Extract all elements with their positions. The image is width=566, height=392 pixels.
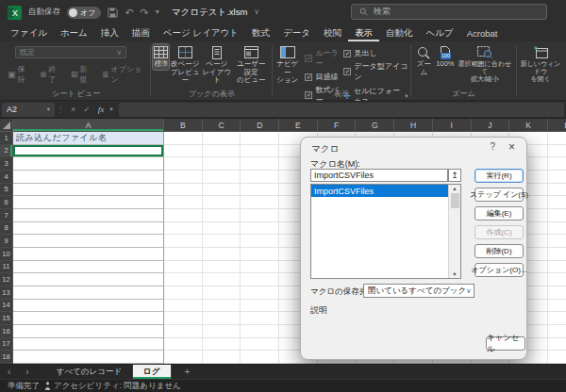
close-icon[interactable]: × bbox=[508, 140, 515, 154]
cell-A14[interactable] bbox=[13, 300, 164, 313]
cell-A13[interactable] bbox=[13, 286, 164, 300]
cell-L18[interactable] bbox=[548, 351, 566, 364]
cell-L17[interactable] bbox=[548, 338, 566, 351]
cell-D18[interactable] bbox=[241, 351, 279, 364]
row-header-13[interactable]: 13 bbox=[0, 286, 13, 300]
cell-A17[interactable] bbox=[13, 338, 164, 351]
cell-C10[interactable] bbox=[203, 248, 241, 261]
cell-L13[interactable] bbox=[548, 286, 566, 300]
cell-A11[interactable] bbox=[13, 261, 164, 274]
page-break-preview-button[interactable]: 改ページ プレビュー bbox=[169, 44, 201, 86]
ribbon-checkbox[interactable]: ✓ データ型アイコン bbox=[343, 61, 408, 82]
cell-A16[interactable] bbox=[13, 325, 164, 338]
row-header-7[interactable]: 7 bbox=[0, 209, 13, 222]
cell-C13[interactable] bbox=[203, 286, 241, 300]
column-header-D[interactable]: D bbox=[241, 119, 279, 132]
ribbon-tab[interactable]: 挿入 bbox=[94, 24, 125, 41]
ribbon-checkbox[interactable]: ✓ ルーラー bbox=[305, 48, 339, 69]
cell-D15[interactable] bbox=[241, 312, 279, 325]
column-header-J[interactable]: J bbox=[472, 119, 510, 132]
cell-C12[interactable] bbox=[203, 273, 241, 286]
ribbon-checkbox[interactable]: ✓ 目盛線 bbox=[305, 72, 339, 82]
dialog-button[interactable]: 削除(D) bbox=[474, 244, 524, 258]
quick-access-chevron-icon[interactable]: ▾ bbox=[156, 8, 159, 16]
cancel-entry-icon[interactable]: × bbox=[67, 105, 79, 114]
cell-B4[interactable] bbox=[164, 171, 203, 184]
ribbon-tab[interactable]: 校閲 bbox=[317, 24, 348, 41]
cell-C15[interactable] bbox=[203, 312, 241, 325]
cell-D17[interactable] bbox=[241, 338, 279, 351]
cell-D5[interactable] bbox=[241, 184, 279, 197]
cell-B3[interactable] bbox=[164, 157, 203, 171]
cell-B7[interactable] bbox=[164, 209, 203, 222]
chevron-down-icon[interactable]: ▾ bbox=[108, 106, 115, 113]
column-header-I[interactable]: I bbox=[433, 119, 472, 132]
scroll-up-icon[interactable]: ▴ bbox=[453, 185, 456, 192]
column-header-K[interactable]: K bbox=[509, 119, 548, 132]
cell-B2[interactable] bbox=[164, 145, 203, 158]
row-header-3[interactable]: 3 bbox=[0, 157, 13, 171]
row-header-8[interactable]: 8 bbox=[0, 222, 13, 236]
cell-D10[interactable] bbox=[241, 248, 279, 261]
row-header-11[interactable]: 11 bbox=[0, 261, 13, 274]
sheet-view-dropdown[interactable]: 既定 ∨ bbox=[15, 46, 126, 58]
cell-L5[interactable] bbox=[548, 184, 566, 197]
cell-A3[interactable] bbox=[13, 157, 164, 171]
cell-A12[interactable] bbox=[13, 273, 164, 286]
cell-L12[interactable] bbox=[548, 273, 566, 286]
normal-view-button[interactable]: 標準 bbox=[153, 44, 169, 70]
scroll-down-icon[interactable]: ▾ bbox=[453, 270, 456, 278]
new-sheet-view-button[interactable]: ⊞新規 bbox=[71, 64, 94, 85]
cell-L2[interactable] bbox=[548, 145, 566, 158]
sheet-tab[interactable]: すべてのレコード bbox=[46, 365, 133, 379]
cell-A4[interactable] bbox=[13, 171, 164, 184]
ribbon-tab[interactable]: ファイル bbox=[4, 24, 54, 41]
cell-D16[interactable] bbox=[241, 325, 279, 338]
keep-sheet-view-button[interactable]: ▣保持 bbox=[8, 64, 32, 85]
new-window-button[interactable]: 新しいウィンドウ を開く bbox=[519, 44, 562, 84]
ribbon-tab[interactable]: 表示 bbox=[348, 24, 379, 41]
cell-L15[interactable] bbox=[548, 312, 566, 325]
help-icon[interactable]: ? bbox=[490, 141, 495, 152]
cell-B6[interactable] bbox=[164, 196, 203, 209]
cell-B15[interactable] bbox=[164, 312, 203, 325]
cell-L7[interactable] bbox=[548, 209, 566, 222]
row-header-9[interactable]: 9 bbox=[0, 235, 13, 248]
cell-A7[interactable] bbox=[13, 209, 164, 222]
autosave-toggle[interactable]: オフ bbox=[67, 7, 101, 19]
cell-A6[interactable] bbox=[13, 196, 164, 209]
cell-C1[interactable] bbox=[203, 132, 241, 145]
cell-A18[interactable] bbox=[13, 351, 164, 364]
scroll-top-button[interactable]: ↥ bbox=[448, 169, 461, 182]
select-all-corner[interactable] bbox=[0, 119, 13, 132]
dialog-button[interactable]: 編集(E) bbox=[474, 206, 524, 220]
prev-sheet-icon[interactable]: ‹ bbox=[0, 365, 18, 379]
ribbon-tab[interactable]: ホーム bbox=[54, 24, 94, 41]
exit-sheet-view-button[interactable]: ⊗終了 bbox=[40, 64, 63, 85]
file-name[interactable]: マクロテスト.xlsm bbox=[172, 7, 248, 19]
cell-B18[interactable] bbox=[164, 351, 203, 364]
cell-L1[interactable] bbox=[548, 132, 566, 145]
cell-B14[interactable] bbox=[164, 300, 203, 313]
row-header-10[interactable]: 10 bbox=[0, 248, 13, 261]
cell-D1[interactable] bbox=[241, 132, 279, 145]
cell-B11[interactable] bbox=[164, 261, 203, 274]
zoom-to-selection-button[interactable]: 選択範囲に合わせて 拡大/縮小 bbox=[456, 44, 515, 84]
cell-B10[interactable] bbox=[164, 248, 203, 261]
cell-B13[interactable] bbox=[164, 286, 203, 300]
zoom-button[interactable]: ズーム bbox=[413, 44, 436, 77]
row-header-5[interactable]: 5 bbox=[0, 184, 13, 197]
cell-D12[interactable] bbox=[241, 273, 279, 286]
row-header-14[interactable]: 14 bbox=[0, 300, 13, 313]
enter-entry-icon[interactable]: ✓ bbox=[79, 105, 94, 114]
cell-D3[interactable] bbox=[241, 157, 279, 171]
cell-L6[interactable] bbox=[548, 196, 566, 209]
column-header-L[interactable]: L bbox=[548, 119, 566, 132]
file-menu-chevron-icon[interactable]: ∨ bbox=[254, 8, 259, 16]
formula-bar-handle-icon[interactable]: ⋮ bbox=[55, 105, 67, 114]
undo-icon[interactable]: ↶ bbox=[125, 8, 133, 18]
ribbon-tab[interactable]: データ bbox=[276, 24, 317, 41]
cell-L3[interactable] bbox=[548, 157, 566, 171]
insert-function-icon[interactable]: fx bbox=[94, 105, 108, 114]
save-icon[interactable] bbox=[108, 8, 118, 18]
